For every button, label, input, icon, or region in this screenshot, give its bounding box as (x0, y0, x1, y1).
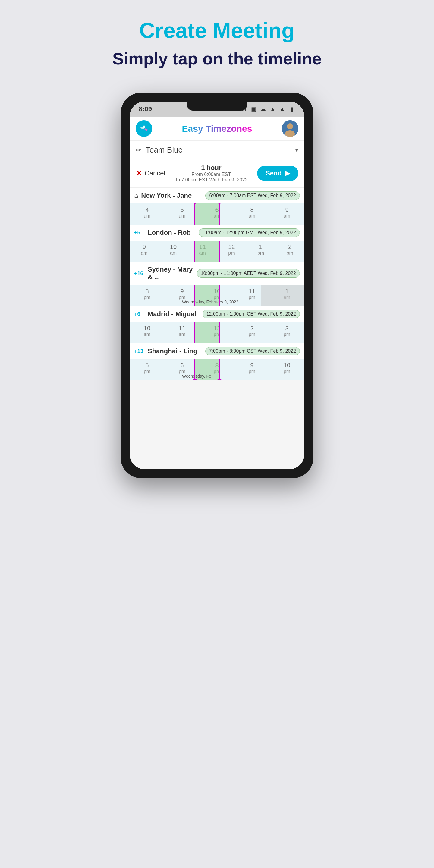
meeting-end-line (219, 204, 220, 224)
time-period: am (235, 213, 270, 219)
meeting-bar: ✕ Cancel 1 hour From 6:00am EST To 7:00a… (130, 159, 304, 188)
tz-name-2: Sydney - Mary & ... (148, 266, 194, 281)
send-arrow-icon: ▶ (285, 169, 290, 177)
time-hour: 9 (235, 362, 270, 369)
meeting-start-line (194, 359, 195, 380)
time-hour: 10 (159, 244, 188, 250)
meeting-info: 1 hour From 6:00am EST To 7:00am EST Wed… (175, 164, 247, 183)
send-button[interactable]: Send ▶ (257, 166, 299, 181)
meeting-end-line (219, 322, 220, 343)
time-cell-1-3: 12pm (217, 244, 246, 258)
timezone-row-4: +13Shanghai - Ling7:00pm - 8:00pm CST We… (130, 343, 304, 380)
time-period: pm (246, 250, 276, 256)
app-name: Easy Timezones (182, 124, 252, 134)
time-cell-0-3: 8am (235, 207, 270, 221)
team-selector[interactable]: ✏ Team Blue ▾ (130, 141, 304, 159)
timeline-selection-0 (194, 204, 219, 224)
battery-icon: ▮ (289, 106, 296, 113)
meeting-start-line (194, 204, 195, 224)
wifi-icon: ▲ (270, 106, 276, 113)
tz-name-1: London - Rob (148, 229, 191, 237)
phone-screen: 8:09 ⚙ M ▣ ☁ ▲ ▲ ▮ Easy Timezone (130, 101, 304, 469)
cancel-x-icon: ✕ (135, 169, 142, 178)
time-period: pm (130, 369, 164, 374)
time-cell-3-3: 2pm (235, 325, 270, 340)
time-hour: 8 (130, 288, 164, 295)
time-period: am (130, 250, 159, 256)
timezone-header-4: +13Shanghai - Ling7:00pm - 8:00pm CST We… (130, 343, 304, 359)
timeline-grid-0[interactable]: 4am5am6am8am9am (130, 204, 304, 224)
time-hour: 9 (270, 207, 304, 213)
meeting-end-line (219, 241, 220, 261)
time-period: am (159, 250, 188, 256)
time-cell-1-1: 10am (159, 244, 188, 258)
meeting-duration: 1 hour (175, 164, 247, 172)
timezone-header-2: +16Sydney - Mary & ...10:00pm - 11:00pm … (130, 262, 304, 285)
day-boundary-2: Wednesday, February 9, 2022 (182, 300, 239, 304)
cancel-label: Cancel (145, 169, 165, 177)
tz-offset-3: +6 (134, 311, 145, 317)
time-hour: 1 (246, 244, 276, 250)
time-cell-3-4: 3pm (270, 325, 304, 340)
edit-icon: ✏ (135, 146, 141, 154)
time-period: pm (130, 295, 164, 300)
time-hour: 5 (130, 362, 164, 369)
time-hour: 2 (275, 244, 304, 250)
time-hour: 2 (235, 325, 270, 332)
timezone-header-3: +6Madrid - Miguel12:00pm - 1:00pm CET We… (130, 306, 304, 322)
timezone-row-3: +6Madrid - Miguel12:00pm - 1:00pm CET We… (130, 306, 304, 343)
user-avatar[interactable] (282, 120, 299, 137)
page-subtitle: Simply tap on the timeline (113, 49, 321, 68)
timezone-header-1: +5London - Rob11:00am - 12:00pm GMT Wed,… (130, 225, 304, 241)
meeting-badge-0: 6:00am - 7:00am EST Wed, Feb 9, 2022 (205, 191, 300, 200)
time-period: pm (235, 369, 270, 374)
meeting-badge-1: 11:00am - 12:00pm GMT Wed, Feb 9, 2022 (198, 228, 300, 237)
home-icon: ⌂ (134, 192, 138, 199)
time-hour: 8 (235, 207, 270, 213)
tz-offset-2: +16 (134, 270, 145, 277)
tz-offset-1: +5 (134, 230, 145, 236)
timezone-header-0: ⌂New York - Jane6:00am - 7:00am EST Wed,… (130, 188, 304, 204)
meeting-start-line (194, 285, 195, 306)
timeline-grid-4[interactable]: 5pm6pm8pm9pm10pmWednesday, Fe (130, 359, 304, 380)
status-time: 8:09 (138, 105, 152, 113)
phone-notch (187, 101, 247, 111)
time-cell-4-4: 10pm (270, 362, 304, 377)
tz-name-4: Shanghai - Ling (148, 347, 197, 355)
time-period: pm (217, 250, 246, 256)
timeline-selection-3 (194, 322, 219, 343)
time-cell-2-0: 8pm (130, 288, 164, 303)
timeline-grid-2[interactable]: 8pm9pm10pm11pm1amWednesday, February 9, … (130, 285, 304, 306)
time-cell-0-0: 4am (130, 207, 164, 221)
timeline-container: ⌂New York - Jane6:00am - 7:00am EST Wed,… (130, 188, 304, 380)
app-logo[interactable] (135, 120, 152, 137)
time-hour: 10 (270, 362, 304, 369)
timezone-row-1: +5London - Rob11:00am - 12:00pm GMT Wed,… (130, 225, 304, 262)
time-cell-3-0: 10am (130, 325, 164, 340)
time-period: am (270, 213, 304, 219)
time-cell-4-0: 5pm (130, 362, 164, 377)
meeting-badge-3: 12:00pm - 1:00pm CET Wed, Feb 9, 2022 (203, 310, 300, 318)
time-period: am (130, 332, 164, 337)
team-name: Team Blue (146, 145, 290, 155)
time-hour: 12 (217, 244, 246, 250)
svg-point-2 (287, 123, 293, 129)
cloud-icon: ☁ (260, 106, 267, 113)
time-cell-1-4: 1pm (246, 244, 276, 258)
time-period: pm (270, 369, 304, 374)
time-cell-4-3: 9pm (235, 362, 270, 377)
time-period: pm (235, 332, 270, 337)
meeting-end-line (219, 359, 220, 380)
dropdown-icon: ▾ (295, 146, 299, 154)
timeline-grid-1[interactable]: 9am10am11am12pm1pm2pm (130, 241, 304, 261)
timeline-grid-3[interactable]: 10am11am12pm2pm3pm (130, 322, 304, 343)
time-period: am (130, 213, 164, 219)
next-day-overlay (261, 285, 304, 306)
meeting-start-line (194, 322, 195, 343)
tz-name-0: New York - Jane (141, 192, 192, 199)
time-period: pm (275, 250, 304, 256)
cancel-button[interactable]: ✕ Cancel (135, 169, 165, 178)
time-hour: 9 (130, 244, 159, 250)
tz-name-3: Madrid - Miguel (148, 310, 196, 318)
page-title: Create Meeting (139, 18, 295, 43)
